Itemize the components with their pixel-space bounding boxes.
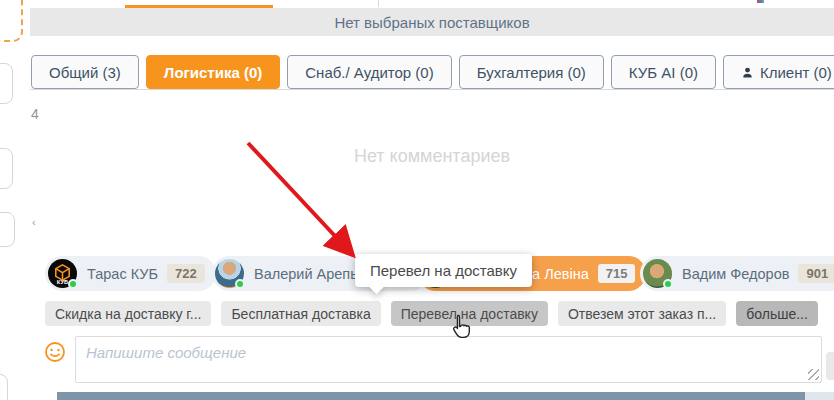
empty-comments-text: Нет комментариев (30, 146, 834, 167)
quick-reply-free-delivery[interactable]: Бесплатная доставка (221, 301, 380, 326)
quick-reply-more[interactable]: больше... (736, 301, 818, 326)
online-status-dot (235, 279, 245, 289)
tab-label: Логистика (0) (164, 64, 262, 81)
kub-avatar-label: КУБ (57, 279, 68, 285)
tab-snab-auditor[interactable]: Снаб./ Аудитор (0) (287, 55, 451, 89)
tab-label: Общий (3) (49, 64, 121, 81)
emoji-icon[interactable] (44, 341, 66, 363)
tab-label: Клиент (0) (760, 64, 832, 81)
quick-reply-we-deliver[interactable]: Отвезем этот заказ п... (558, 301, 726, 326)
tab-obshchiy[interactable]: Общий (3) (31, 55, 139, 89)
cutoff-icon (757, 0, 764, 3)
online-status-dot (68, 279, 78, 289)
cutoff-button-fragment (0, 212, 15, 247)
avatar (215, 259, 244, 288)
tab-label: Снаб./ Аудитор (0) (305, 64, 433, 81)
tab-klient[interactable]: Клиент (0) (723, 55, 834, 89)
participant-chip-taras[interactable]: КУБ Тарас КУБ 722 (45, 256, 216, 291)
quick-reply-transferred[interactable]: Перевел на доставку (391, 301, 548, 326)
tabbar-divider (30, 89, 834, 90)
tab-logistika[interactable]: Логистика (0) (146, 55, 280, 89)
avatar (643, 259, 672, 288)
horizontal-scrollbar-thumb[interactable] (57, 392, 805, 400)
online-status-dot (663, 279, 673, 289)
comments-panel: 4 ‹ Нет выбраных поставщиков Общий (3) Л… (0, 0, 834, 400)
person-icon (741, 66, 754, 79)
cutoff-button-fragment (0, 63, 13, 104)
participant-count-badge: 715 (598, 264, 636, 283)
gutter-number: 4 (31, 106, 39, 122)
quick-reply-tooltip: Перевел на доставку (355, 254, 532, 287)
cutoff-button-fragment (0, 148, 13, 189)
participant-name: Тарас КУБ (87, 266, 158, 282)
quick-reply-discount[interactable]: Скидка на доставку г... (45, 301, 211, 326)
quick-reply-label: Бесплатная доставка (231, 306, 370, 322)
tab-label: Бухгалтерия (0) (477, 64, 586, 81)
quick-replies-row: Скидка на доставку г... Бесплатная доста… (45, 301, 818, 326)
participant-name: Валерий Арепье (254, 266, 366, 282)
quick-reply-label: Скидка на доставку г... (55, 306, 201, 322)
no-suppliers-text: Нет выбраных поставщиков (334, 14, 529, 31)
participant-name: Вадим Федоров (682, 266, 789, 282)
participant-count-badge: 901 (798, 264, 834, 283)
cutoff-button-fragment (0, 374, 8, 400)
gutter-caret: ‹ (32, 216, 36, 228)
tab-buhgalteriya[interactable]: Бухгалтерия (0) (459, 55, 604, 89)
participant-count-badge: 722 (167, 264, 205, 283)
cutoff-send-button[interactable] (826, 352, 834, 380)
tab-kub-ai[interactable]: КУБ AI (0) (611, 55, 716, 89)
tab-label: КУБ AI (0) (629, 64, 698, 81)
quick-reply-label: Отвезем этот заказ п... (568, 306, 716, 322)
dashed-selection-corner (0, 0, 23, 42)
message-input[interactable] (75, 336, 822, 383)
horizontal-scrollbar-track[interactable] (57, 392, 834, 400)
no-suppliers-banner: Нет выбраных поставщиков (30, 8, 834, 36)
avatar: КУБ (48, 259, 77, 288)
comments-tabbar: Общий (3) Логистика (0) Снаб./ Аудитор (… (31, 55, 834, 89)
participant-chip-vadim[interactable]: Вадим Федоров 901 (640, 256, 834, 291)
quick-reply-label: больше... (746, 306, 808, 322)
tooltip-text: Перевел на доставку (370, 262, 517, 279)
tab-separator-line (378, 0, 379, 7)
quick-reply-label: Перевел на доставку (401, 306, 538, 322)
